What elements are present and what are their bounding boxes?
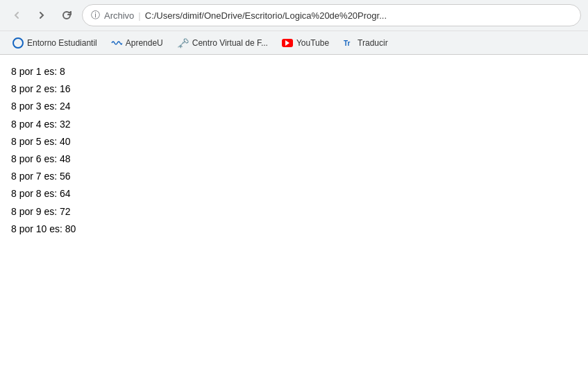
bookmark-aprendeu-label: AprendeU — [126, 38, 163, 48]
bookmark-youtube-label: YouTube — [296, 38, 329, 48]
multiplication-line-8: 8 por 8 es: 64 — [11, 185, 577, 202]
info-icon: ⓘ — [91, 9, 100, 21]
back-button[interactable] — [7, 6, 26, 25]
svg-text:Tr: Tr — [344, 40, 351, 47]
bookmark-centro-label: Centro Virtual de F... — [192, 38, 268, 48]
bookmark-aprendeu[interactable]: AprendeU — [106, 35, 169, 51]
youtube-icon — [282, 39, 293, 47]
key-icon: 🗝️ — [177, 37, 189, 49]
multiplication-line-1: 8 por 1 es: 8 — [11, 63, 577, 80]
multiplication-line-2: 8 por 2 es: 16 — [11, 80, 577, 98]
multiplication-line-4: 8 por 4 es: 32 — [11, 116, 577, 133]
multiplication-table: 8 por 1 es: 88 por 2 es: 168 por 3 es: 2… — [11, 63, 577, 238]
globe-icon — [12, 37, 24, 49]
reload-button[interactable] — [57, 6, 76, 25]
address-text: C:/Users/dimif/OneDrive/Escritorio/Logic… — [145, 10, 387, 21]
bookmark-traducir-label: Traducir — [358, 38, 388, 48]
bookmark-entorno-label: Entorno Estudiantil — [27, 38, 97, 48]
bookmark-centro[interactable]: 🗝️ Centro Virtual de F... — [171, 35, 274, 51]
bookmark-youtube[interactable]: YouTube — [276, 36, 335, 50]
forward-button[interactable] — [32, 6, 51, 25]
address-separator: | — [138, 10, 140, 21]
translate-icon: Tr — [343, 37, 354, 49]
multiplication-line-5: 8 por 5 es: 40 — [11, 133, 577, 150]
browser-chrome: ⓘ Archivo | C:/Users/dimif/OneDrive/Escr… — [0, 0, 588, 55]
nav-bar: ⓘ Archivo | C:/Users/dimif/OneDrive/Escr… — [0, 0, 588, 31]
multiplication-line-6: 8 por 6 es: 48 — [11, 150, 577, 168]
multiplication-line-9: 8 por 9 es: 72 — [11, 203, 577, 221]
address-bar[interactable]: ⓘ Archivo | C:/Users/dimif/OneDrive/Escr… — [82, 4, 581, 26]
multiplication-line-10: 8 por 10 es: 80 — [11, 221, 577, 238]
content-area: 8 por 1 es: 88 por 2 es: 168 por 3 es: 2… — [0, 55, 588, 371]
wave-icon — [111, 37, 122, 49]
bookmark-traducir[interactable]: Tr Traducir — [337, 35, 394, 51]
multiplication-line-3: 8 por 3 es: 24 — [11, 98, 577, 115]
multiplication-line-7: 8 por 7 es: 56 — [11, 168, 577, 185]
protocol-label: Archivo — [104, 10, 134, 21]
bookmark-entorno[interactable]: Entorno Estudiantil — [7, 35, 103, 51]
bookmarks-bar: Entorno Estudiantil AprendeU 🗝️ Centro V… — [0, 31, 588, 54]
